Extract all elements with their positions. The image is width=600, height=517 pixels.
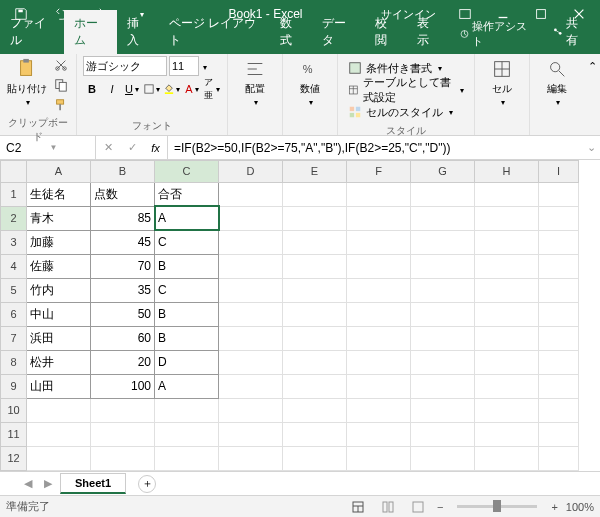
cell[interactable] xyxy=(91,422,155,446)
border-button[interactable] xyxy=(143,80,161,98)
cell[interactable] xyxy=(283,278,347,302)
cell[interactable]: B xyxy=(155,302,219,326)
cell[interactable]: 加藤 xyxy=(27,230,91,254)
enter-formula-icon[interactable]: ✓ xyxy=(120,141,144,154)
cell[interactable]: A xyxy=(155,206,219,230)
collapse-ribbon-icon[interactable]: ⌃ xyxy=(584,54,600,135)
cell[interactable]: 松井 xyxy=(27,350,91,374)
row-header[interactable]: 5 xyxy=(1,278,27,302)
cell[interactable] xyxy=(347,278,411,302)
normal-view-icon[interactable] xyxy=(347,498,369,516)
cell[interactable] xyxy=(219,422,283,446)
format-as-table-button[interactable]: テーブルとして書式設定 xyxy=(344,80,468,100)
zoom-in-button[interactable]: + xyxy=(551,501,557,513)
col-header[interactable]: A xyxy=(27,161,91,183)
format-painter-icon[interactable] xyxy=(52,96,70,114)
cell[interactable] xyxy=(219,350,283,374)
fx-icon[interactable]: fx xyxy=(144,136,168,159)
cell[interactable] xyxy=(411,254,475,278)
cell[interactable] xyxy=(283,374,347,398)
cell[interactable] xyxy=(539,446,579,470)
col-header[interactable]: H xyxy=(475,161,539,183)
editing-button[interactable]: 編集 xyxy=(536,56,578,107)
cell[interactable] xyxy=(411,278,475,302)
cell[interactable] xyxy=(475,230,539,254)
cell[interactable]: 生徒名 xyxy=(27,182,91,206)
cell[interactable] xyxy=(475,206,539,230)
cell[interactable]: 45 xyxy=(91,230,155,254)
italic-button[interactable]: I xyxy=(103,80,121,98)
tab-formulas[interactable]: 数式 xyxy=(270,10,312,54)
cell[interactable] xyxy=(475,326,539,350)
cell[interactable] xyxy=(411,206,475,230)
row-header[interactable]: 11 xyxy=(1,422,27,446)
cell[interactable] xyxy=(283,182,347,206)
cell[interactable]: 70 xyxy=(91,254,155,278)
cell[interactable] xyxy=(539,326,579,350)
cell[interactable] xyxy=(283,398,347,422)
cell[interactable] xyxy=(411,398,475,422)
cell[interactable] xyxy=(475,446,539,470)
row-header[interactable]: 10 xyxy=(1,398,27,422)
cell[interactable] xyxy=(347,446,411,470)
sheet-tab[interactable]: Sheet1 xyxy=(60,473,126,494)
row-header[interactable]: 3 xyxy=(1,230,27,254)
cell[interactable] xyxy=(539,422,579,446)
cell[interactable]: A xyxy=(155,374,219,398)
cell[interactable]: C xyxy=(155,230,219,254)
cell[interactable] xyxy=(283,446,347,470)
copy-icon[interactable] xyxy=(52,76,70,94)
cancel-formula-icon[interactable]: ✕ xyxy=(96,141,120,154)
cell[interactable] xyxy=(27,422,91,446)
cell[interactable] xyxy=(347,398,411,422)
cell[interactable] xyxy=(155,446,219,470)
cell[interactable] xyxy=(411,374,475,398)
cell[interactable] xyxy=(475,398,539,422)
tab-tell-me[interactable]: 操作アシスト xyxy=(449,14,542,54)
cell[interactable] xyxy=(347,302,411,326)
sheet-nav-prev-icon[interactable]: ◀ xyxy=(20,477,36,490)
paste-button[interactable]: 貼り付け xyxy=(6,56,48,107)
cell[interactable] xyxy=(411,230,475,254)
cell[interactable] xyxy=(219,398,283,422)
zoom-out-button[interactable]: − xyxy=(437,501,443,513)
cell[interactable] xyxy=(539,278,579,302)
cell[interactable] xyxy=(347,206,411,230)
cell[interactable] xyxy=(283,422,347,446)
cell[interactable]: 点数 xyxy=(91,182,155,206)
cut-icon[interactable] xyxy=(52,56,70,74)
cell[interactable] xyxy=(411,446,475,470)
col-header[interactable]: G xyxy=(411,161,475,183)
cells-button[interactable]: セル xyxy=(481,56,523,107)
row-header[interactable]: 8 xyxy=(1,350,27,374)
cell[interactable] xyxy=(219,278,283,302)
tab-view[interactable]: 表示 xyxy=(407,10,449,54)
cell[interactable]: B xyxy=(155,254,219,278)
formula-input[interactable]: =IF(B2>=50,IF(B2>=75,"A","B"),IF(B2>=25,… xyxy=(168,141,582,155)
cell[interactable]: 35 xyxy=(91,278,155,302)
cell[interactable] xyxy=(27,398,91,422)
expand-formula-icon[interactable]: ⌄ xyxy=(582,141,600,154)
cell[interactable]: 青木 xyxy=(27,206,91,230)
phonetic-button[interactable]: ア亜 xyxy=(203,80,221,98)
fill-color-button[interactable] xyxy=(163,80,181,98)
font-color-button[interactable]: A xyxy=(183,80,201,98)
zoom-level[interactable]: 100% xyxy=(566,501,594,513)
row-header[interactable]: 4 xyxy=(1,254,27,278)
font-size-select[interactable] xyxy=(169,56,199,76)
cell[interactable] xyxy=(219,374,283,398)
cell[interactable] xyxy=(283,350,347,374)
cell[interactable] xyxy=(475,374,539,398)
col-header[interactable]: E xyxy=(283,161,347,183)
cell[interactable]: 竹内 xyxy=(27,278,91,302)
col-header[interactable]: I xyxy=(539,161,579,183)
cell[interactable]: 合否 xyxy=(155,182,219,206)
cell[interactable] xyxy=(475,182,539,206)
font-name-select[interactable] xyxy=(83,56,167,76)
tab-layout[interactable]: ページ レイアウト xyxy=(159,10,270,54)
add-sheet-button[interactable]: ＋ xyxy=(138,475,156,493)
cell[interactable] xyxy=(539,350,579,374)
cell[interactable] xyxy=(539,230,579,254)
cell[interactable]: 100 xyxy=(91,374,155,398)
cell[interactable] xyxy=(283,206,347,230)
